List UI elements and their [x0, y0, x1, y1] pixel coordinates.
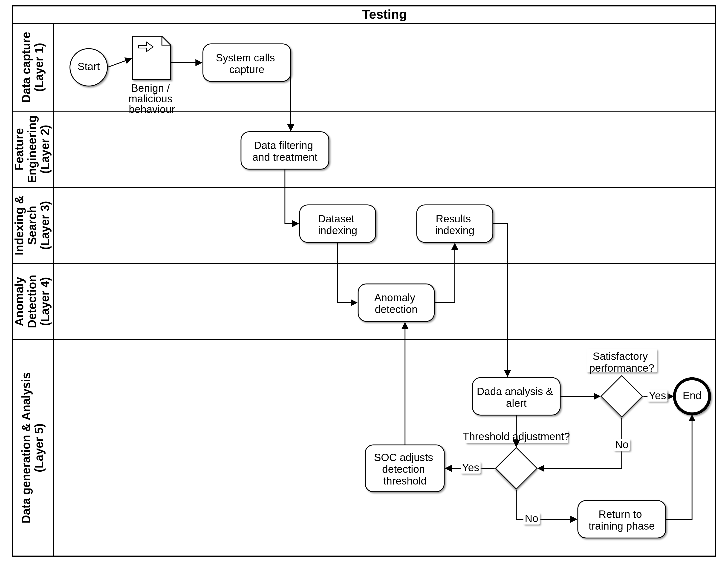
svg-text:Indexing &Search(Layer 3): Indexing &Search(Layer 3)	[13, 196, 52, 255]
label-yes-1: Yes	[649, 390, 666, 401]
gateway-threshold	[496, 448, 537, 489]
edge-anomaly-to-results	[434, 244, 455, 302]
label-no-2: No	[525, 513, 538, 524]
task-results-indexing-label: Results indexing	[435, 213, 474, 237]
svg-rect-5	[601, 376, 642, 417]
gateway-satisfactory	[601, 376, 642, 417]
task-anomaly-label: Anomaly detection	[374, 292, 418, 315]
label-yes-2: Yes	[462, 462, 479, 473]
end-label: End	[683, 390, 702, 401]
lane-label-5: Data generation & Analysis(Layer 5)	[20, 372, 46, 523]
edge-results-to-analysis	[493, 224, 508, 376]
gateway-satisfactory-label: Satisfactory performance?	[589, 350, 654, 374]
svg-text:Data generation & Analysis(Lay: Data generation & Analysis(Layer 5)	[20, 372, 46, 523]
lane-label-3: Indexing &Search(Layer 3)	[13, 196, 52, 255]
lane-label-2: FeatureEngineering(Layer 2)	[13, 116, 52, 183]
lane-label-4: AnomalyDetection(Layer 4)	[13, 275, 52, 328]
lane-label-1: Data capture(Layer 1)	[20, 32, 46, 103]
task-dataset-indexing-label: Dataset indexing	[318, 213, 357, 237]
edge-start-doc	[107, 59, 131, 67]
swimlane-diagram: Testing Data capture(Layer 1) FeatureEng…	[0, 0, 728, 562]
task-filter-label: Data filtering and treatment	[252, 140, 318, 163]
pool-title: Testing	[362, 7, 407, 21]
svg-rect-6	[496, 448, 537, 489]
start-label: Start	[78, 61, 100, 72]
svg-text:AnomalyDetection(Layer 4): AnomalyDetection(Layer 4)	[13, 275, 52, 328]
edge-dataset-to-anomaly	[338, 243, 357, 302]
document-node	[133, 36, 170, 80]
pool-border	[13, 6, 716, 556]
edge-filter-to-dataset	[285, 169, 298, 224]
svg-text:FeatureEngineering(Layer 2): FeatureEngineering(Layer 2)	[13, 116, 52, 183]
svg-text:Data capture(Layer 1): Data capture(Layer 1)	[20, 32, 46, 103]
label-no-1: No	[615, 439, 629, 450]
document-label: Benign / malicious behaviour	[129, 82, 176, 115]
edge-return-to-end	[666, 415, 692, 519]
